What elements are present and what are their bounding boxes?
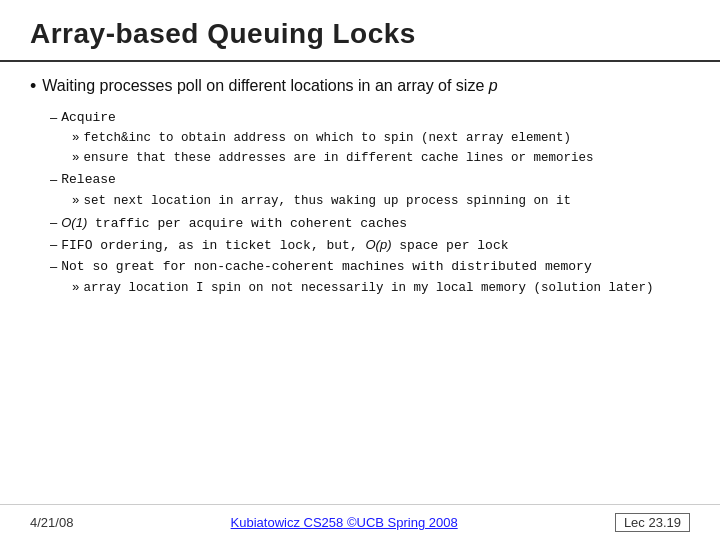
sub-sub-list-acquire: » fetch&inc to obtain address on which t… [72,130,690,167]
slide-container: Array-based Queuing Locks • Waiting proc… [0,0,720,540]
bullet-dot: • [30,74,36,99]
sub-item-acquire: – Acquire [50,109,690,127]
sub-item-fifo: – FIFO ordering, as in ticket lock, but,… [50,236,690,255]
dash-icon-fifo: – [50,236,57,254]
sub-item-notgreat: – Not so great for non-cache-coherent ma… [50,258,690,276]
sub-sub-text-array: array location I spin on not necessarily… [84,280,654,298]
slide-body: • Waiting processes poll on different lo… [0,74,720,504]
sub-item-text-o1: O(1) traffic per acquire with coherent c… [61,214,407,233]
slide-footer: 4/21/08 Kubiatowicz CS258 ©UCB Spring 20… [0,504,720,540]
guillemet-icon: » [72,130,80,148]
sub-sub-list-notgreat: » array location I spin on not necessari… [72,280,690,298]
footer-course: Kubiatowicz CS258 ©UCB Spring 2008 [231,515,458,530]
guillemet-icon-2: » [72,150,80,168]
slide-header: Array-based Queuing Locks [0,0,720,62]
guillemet-icon-arr: » [72,280,80,298]
sub-item-text-notgreat: Not so great for non-cache-coherent mach… [61,258,592,276]
sub-sub-item-2: » ensure that these addresses are in dif… [72,150,690,168]
sub-sub-text-r1: set next location in array, thus waking … [84,193,572,211]
sub-sub-item-array: » array location I spin on not necessari… [72,280,690,298]
sub-list: – Acquire » fetch&inc to obtain address … [50,109,690,297]
sub-sub-text-2: ensure that these addresses are in diffe… [84,150,594,168]
slide-title: Array-based Queuing Locks [30,18,690,50]
footer-date: 4/21/08 [30,515,73,530]
dash-icon-notgreat: – [50,258,57,276]
sub-sub-item-release-1: » set next location in array, thus wakin… [72,193,690,211]
main-bullet-text: Waiting processes poll on different loca… [42,74,497,97]
footer-lecture: Lec 23.19 [615,513,690,532]
sub-item-release: – Release [50,171,690,189]
guillemet-icon-r1: » [72,193,80,211]
sub-item-label-acquire: Acquire [61,109,116,127]
main-bullet: • Waiting processes poll on different lo… [30,74,690,99]
dash-icon-o1: – [50,214,57,232]
sub-item-text-fifo: FIFO ordering, as in ticket lock, but, O… [61,236,508,255]
sub-sub-list-release: » set next location in array, thus wakin… [72,193,690,211]
sub-sub-item-1: » fetch&inc to obtain address on which t… [72,130,690,148]
dash-icon-release: – [50,171,57,189]
dash-icon: – [50,109,57,127]
sub-sub-text-1: fetch&inc to obtain address on which to … [84,130,572,148]
sub-item-label-release: Release [61,171,116,189]
sub-item-o1: – O(1) traffic per acquire with coherent… [50,214,690,233]
